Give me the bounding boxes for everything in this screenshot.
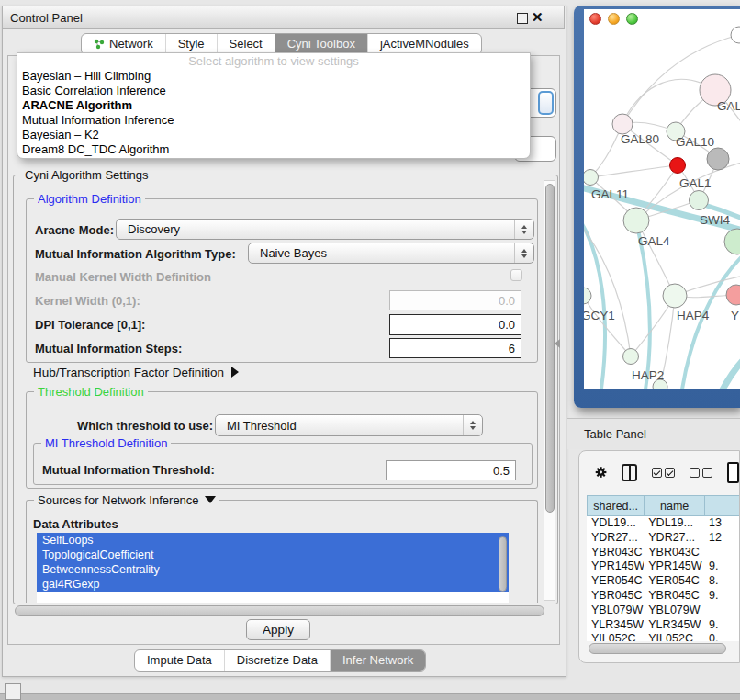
table-panel-title: Table Panel <box>567 427 646 441</box>
network-node[interactable] <box>670 158 686 174</box>
dpi-tolerance-field[interactable]: 0.0 <box>389 314 521 335</box>
apply-button[interactable]: Apply <box>246 619 310 640</box>
manual-kernel-checkbox <box>510 269 522 281</box>
algorithm-option[interactable]: Basic Correlation Inference <box>17 84 530 98</box>
algorithm-option[interactable]: Bayesian – K2 <box>17 128 530 142</box>
hub-definition-label: Hub/Transcription Factor Definition <box>33 366 224 379</box>
table-cell: YPR145W <box>644 559 704 574</box>
attribute-item[interactable]: BetweennessCentrality <box>37 562 509 577</box>
table-row[interactable]: YER054CYER054C8. <box>587 574 740 589</box>
algorithm-option[interactable]: Bayesian – Hill Climbing <box>17 69 530 84</box>
kernel-width-field: 0.0 <box>389 290 521 310</box>
tab-label: Cyni Toolbox <box>287 34 355 54</box>
table-row[interactable]: YIL052CYIL052C0. <box>587 632 740 641</box>
select-all-columns-icon[interactable] <box>652 468 675 478</box>
control-panel-title: Control Panel <box>3 11 83 25</box>
network-node[interactable] <box>663 284 687 308</box>
table-panel-container: shared...name YDL19...YDL19...13YDR27...… <box>578 450 740 663</box>
attribute-item[interactable]: SelfLoops <box>37 533 509 548</box>
table-row[interactable]: YLR345WYLR345W9. <box>587 618 740 633</box>
zoom-window-icon[interactable] <box>626 13 638 25</box>
table-cell: YDR27... <box>644 531 704 546</box>
corner-toggle-button[interactable] <box>5 683 21 700</box>
column-header[interactable]: shared... <box>587 495 644 516</box>
sources-title-text: Sources for Network Inference <box>38 493 199 507</box>
tab-cyni-toolbox[interactable]: Cyni Toolbox <box>275 34 368 54</box>
node-label: GAL1 <box>679 176 712 190</box>
network-view: GALGAL80GAL10GAL1GAL11SWI4GAL4GCY1HAP4YH… <box>584 9 740 389</box>
panel-divider-grip[interactable] <box>555 339 560 348</box>
network-node[interactable] <box>724 229 740 254</box>
close-panel-icon[interactable]: ✕ <box>532 8 544 27</box>
network-node[interactable] <box>726 285 740 305</box>
tab-label: Select <box>230 34 263 54</box>
table-cell <box>704 546 740 560</box>
tab-impute-data[interactable]: Impute Data <box>135 650 225 671</box>
table-row[interactable]: YPR145WYPR145W9. <box>587 559 740 574</box>
collapse-arrow-icon <box>205 496 216 503</box>
table-row[interactable]: YDR27...YDR27...12 <box>587 531 740 546</box>
table-cell: YBL079W <box>644 604 704 618</box>
table-row[interactable]: YBR043CYBR043C <box>587 546 740 560</box>
tab-infer-network[interactable]: Infer Network <box>331 650 425 671</box>
network-node[interactable] <box>623 349 639 365</box>
table-cell: YBR043C <box>587 546 644 560</box>
network-edge <box>590 165 678 177</box>
focused-spinner-fragment <box>538 91 554 115</box>
node-label: Y <box>731 309 739 322</box>
close-window-icon[interactable] <box>589 13 601 25</box>
table-row[interactable]: YBR045CYBR045C9. <box>587 589 740 604</box>
mi-threshold-field[interactable]: 0.5 <box>386 460 516 480</box>
hub-definition-expander[interactable]: Hub/Transcription Factor Definition <box>33 366 239 379</box>
algorithm-option[interactable]: Dream8 DC_TDC Algorithm <box>17 142 530 157</box>
float-window-icon[interactable] <box>517 13 528 24</box>
column-header[interactable] <box>704 495 740 516</box>
tab-style[interactable]: Style <box>166 34 218 54</box>
table-cell: 9. <box>704 559 740 574</box>
unselect-all-columns-icon[interactable] <box>690 468 712 478</box>
tab-discretize-data[interactable]: Discretize Data <box>225 650 331 671</box>
network-node[interactable] <box>612 114 633 134</box>
table-hscroll-thumb[interactable] <box>589 643 726 654</box>
new-table-icon[interactable] <box>727 462 739 483</box>
which-threshold-combobox[interactable]: MI Threshold <box>215 414 483 436</box>
mi-steps-field[interactable]: 6 <box>389 338 521 358</box>
minimize-window-icon[interactable] <box>608 13 620 25</box>
algorithm-option[interactable]: ARACNE Algorithm <box>17 98 530 113</box>
settings-hscroll-thumb[interactable] <box>15 605 544 616</box>
network-node[interactable] <box>690 191 709 210</box>
table-row[interactable]: YDL19...YDL19...13 <box>587 516 740 531</box>
network-icon <box>94 39 105 50</box>
mi-type-combobox[interactable]: Naive Bayes <box>248 243 534 264</box>
cyni-bottom-tabs: Impute DataDiscretize DataInfer Network <box>134 649 426 672</box>
combo-arrows-icon <box>463 415 482 435</box>
tab-select[interactable]: Select <box>218 34 275 54</box>
network-canvas[interactable]: GALGAL80GAL10GAL1GAL11SWI4GAL4GCY1HAP4YH… <box>584 9 740 389</box>
sources-group-title[interactable]: Sources for Network Inference <box>34 493 219 507</box>
network-node[interactable] <box>623 208 649 233</box>
tab-jactivemnodules[interactable]: jActiveMNodules <box>368 34 481 54</box>
network-node[interactable] <box>584 170 599 186</box>
node-label: HAP2 <box>632 368 664 382</box>
table-row[interactable]: YBL079WYBL079W <box>587 604 740 618</box>
table-cell <box>704 604 740 618</box>
network-node[interactable] <box>584 288 591 304</box>
aracne-mode-label: Aracne Mode: <box>35 223 114 237</box>
attribute-item[interactable]: TopologicalCoefficient <box>37 548 509 562</box>
aracne-mode-combobox[interactable]: Discovery <box>116 219 534 240</box>
table-cell: YPR145W <box>587 559 644 574</box>
network-node[interactable] <box>707 148 729 170</box>
algorithm-option[interactable]: Mutual Information Inference <box>17 113 530 128</box>
network-node[interactable] <box>731 27 740 43</box>
settings-vertical-scrollbar[interactable] <box>544 180 555 601</box>
gear-icon[interactable] <box>595 464 607 480</box>
split-columns-icon[interactable] <box>622 464 636 481</box>
attributes-vscroll-thumb[interactable] <box>499 536 507 592</box>
table-cell: YBR045C <box>587 589 644 604</box>
mi-type-label: Mutual Information Algorithm Type: <box>35 247 236 261</box>
settings-vscroll-thumb[interactable] <box>545 184 555 513</box>
tab-label: jActiveMNodules <box>380 34 469 54</box>
column-header[interactable]: name <box>644 495 704 516</box>
attribute-item[interactable]: gal4RGexp <box>37 577 509 592</box>
tab-network[interactable]: Network <box>82 34 166 54</box>
